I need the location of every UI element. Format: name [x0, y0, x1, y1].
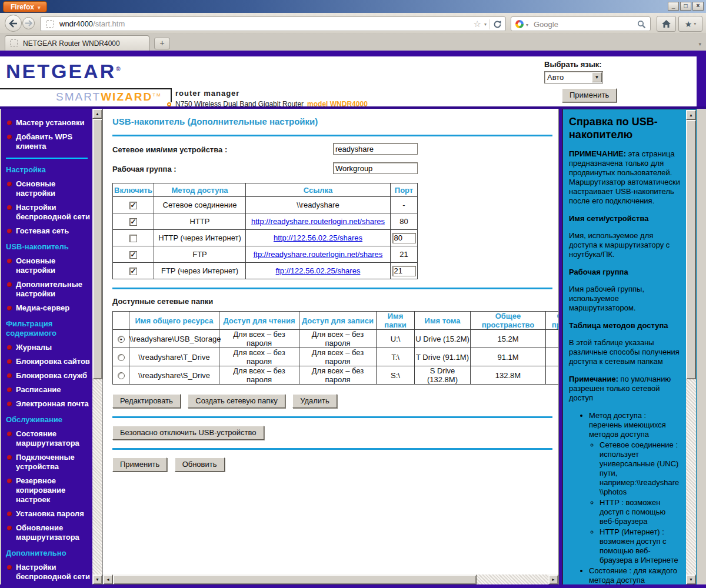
method-cell: Сетевое соединение — [154, 197, 246, 213]
sidebar-item-schedule[interactable]: Расписание — [6, 385, 90, 395]
share-link[interactable]: ftp://122.56.02.25/shares — [276, 266, 361, 275]
table-row: HTTP (через Интернет) http://122.56.02.2… — [113, 230, 418, 246]
workgroup-input[interactable] — [333, 162, 418, 174]
scrollbar-track[interactable] — [92, 379, 102, 574]
new-tab-button[interactable]: + — [154, 38, 170, 49]
sidebar-item-usb-basic-settings[interactable]: Основные настройки — [6, 256, 90, 275]
sidebar-scrollbar[interactable]: ▲ ▼ — [92, 109, 102, 584]
select-arrow-icon[interactable]: ▼ — [592, 72, 602, 82]
sidebar-section-setup: Настройка — [6, 165, 90, 175]
maximize-button[interactable]: □ — [680, 2, 691, 11]
sidebar-item-router-upgrade[interactable]: Обновление маршрутизатора — [6, 523, 90, 542]
free-cell — [546, 348, 560, 366]
folder-radio[interactable]: ● — [118, 336, 125, 343]
share-link[interactable]: http://readyshare.routerlogin.net/shares — [251, 217, 385, 226]
apply-button[interactable]: Применить — [112, 457, 167, 472]
scroll-up-button[interactable]: ▲ — [92, 109, 102, 119]
url-bar[interactable]: wndr4000/start.htm ☆ ▾ — [40, 16, 506, 31]
url-text[interactable]: wndr4000/start.htm — [59, 19, 125, 28]
sidebar-item-backup-settings[interactable]: Резервное копирование настроек — [6, 476, 90, 505]
sidebar-item-usb-advanced-settings[interactable]: Дополнительные настройки — [6, 280, 90, 299]
device-name-input[interactable] — [333, 143, 418, 155]
enable-checkbox[interactable]: ✓ — [129, 202, 137, 209]
search-engine-dropdown-icon[interactable]: ▾ — [526, 22, 528, 28]
scrollbar-thumb[interactable] — [92, 119, 102, 379]
free-cell — [546, 366, 560, 385]
minimize-button[interactable]: _ — [668, 2, 679, 11]
sidebar-item-guest-network[interactable]: Гостевая сеть — [6, 226, 90, 236]
sidebar-item-router-status[interactable]: Состояние маршрутизатора — [6, 429, 90, 448]
close-button[interactable]: × — [692, 2, 704, 11]
help-scrollbar[interactable]: ▲ ▼ — [686, 110, 696, 584]
scroll-up-button[interactable]: ▲ — [686, 110, 696, 120]
enable-checkbox[interactable]: ✓ — [129, 251, 137, 259]
network-folders-table: Имя общего ресурса Доступ для чтения Дос… — [112, 311, 559, 385]
list-all-tabs-icon[interactable]: ▾ — [698, 41, 701, 47]
language-select[interactable]: Авто ▼ — [544, 71, 603, 83]
sidebar-item-block-services[interactable]: Блокировка служб — [6, 371, 90, 380]
sidebar-item-add-wps-client[interactable]: Добавить WPS клиента — [6, 132, 90, 151]
bookmarks-dropdown-icon: ▾ — [694, 21, 696, 26]
language-apply-button[interactable]: Применить — [562, 88, 617, 102]
red-bullet-icon — [7, 306, 12, 310]
method-cell: FTP — [154, 246, 246, 263]
google-engine-icon[interactable] — [515, 20, 524, 28]
share-link[interactable]: http://122.56.02.25/shares — [274, 233, 362, 242]
url-dropdown-icon[interactable]: ▾ — [484, 22, 487, 27]
share-link[interactable]: ftp://readyshare.routerlogin.net/shares — [254, 250, 383, 259]
scroll-left-button[interactable]: ◄ — [103, 574, 113, 584]
home-button[interactable] — [657, 16, 676, 32]
reload-icon[interactable] — [493, 20, 502, 29]
scrollbar-track[interactable] — [477, 574, 548, 584]
tab-netgear-router[interactable]: NETGEAR Router WNDR4000 — [5, 35, 149, 51]
scrollbar-thumb[interactable] — [686, 120, 696, 379]
red-bullet-icon — [7, 205, 12, 210]
safe-remove-usb-button[interactable]: Безопасно отключить USB-устройство — [112, 426, 264, 440]
delete-button[interactable]: Удалить — [292, 394, 337, 408]
folder-radio[interactable] — [118, 372, 125, 379]
table-header-row: Включить Метод доступа Ссылка Порт — [113, 183, 418, 197]
scrollbar-thumb[interactable] — [113, 574, 477, 584]
sidebar-item-advanced-wireless-settings[interactable]: Настройки беспроводной сети — [6, 563, 90, 582]
bookmarks-button[interactable]: ★ ▾ — [678, 16, 702, 32]
create-folder-button[interactable]: Создать сетевую папку — [188, 394, 285, 408]
sidebar-item-setup-wizard[interactable]: Мастер установки — [6, 118, 90, 128]
sidebar-item-logs[interactable]: Журналы — [6, 343, 90, 352]
forward-button[interactable] — [22, 17, 35, 29]
search-bar[interactable]: ▾ Google — [511, 16, 651, 31]
sidebar-item-email[interactable]: Электронная почта — [6, 399, 90, 409]
scrollbar-track[interactable] — [686, 379, 696, 574]
bookmark-star-icon[interactable]: ☆ — [474, 19, 481, 29]
table-row: \\readyshare\S_Drive Для всех – без паро… — [113, 366, 560, 385]
sidebar-item-basic-settings[interactable]: Основные настройки — [6, 179, 90, 198]
edit-button[interactable]: Редактировать — [112, 394, 181, 408]
content-horizontal-scrollbar[interactable]: ◄ ► — [103, 574, 558, 584]
port-input[interactable] — [392, 266, 416, 276]
back-button[interactable] — [5, 15, 22, 32]
red-bullet-icon — [7, 455, 12, 460]
search-icon[interactable] — [637, 20, 646, 29]
refresh-button[interactable]: Обновить — [175, 457, 225, 472]
url-path: /start.htm — [93, 19, 125, 28]
red-bullet-icon — [7, 229, 12, 233]
red-bullet-icon — [7, 387, 12, 392]
firefox-menu-button[interactable]: Firefox▾ — [3, 1, 47, 12]
enable-checkbox[interactable]: ✓ — [129, 218, 137, 226]
method-cell: FTP (через Интернет) — [154, 263, 246, 279]
sidebar-item-media-server[interactable]: Медиа-сервер — [6, 303, 90, 313]
red-bullet-icon — [7, 512, 12, 516]
share-path-text: \\readyshare — [297, 201, 339, 209]
sidebar-item-set-password[interactable]: Установка пароля — [6, 509, 90, 519]
folder-radio[interactable] — [118, 354, 125, 361]
enable-checkbox[interactable]: ✓ — [129, 268, 137, 275]
scroll-down-button[interactable]: ▼ — [686, 574, 696, 584]
sidebar-item-wireless-settings[interactable]: Настройки беспроводной сети — [6, 203, 90, 222]
red-bullet-icon — [7, 432, 12, 436]
search-placeholder[interactable]: Google — [534, 20, 558, 29]
port-input[interactable] — [392, 233, 416, 243]
sidebar-item-block-sites[interactable]: Блокировка сайтов — [6, 357, 90, 366]
scroll-down-button[interactable]: ▼ — [92, 574, 102, 584]
scroll-right-button[interactable]: ► — [548, 574, 558, 584]
enable-checkbox[interactable] — [129, 235, 137, 242]
sidebar-item-attached-devices[interactable]: Подключенные устройства — [6, 453, 90, 472]
